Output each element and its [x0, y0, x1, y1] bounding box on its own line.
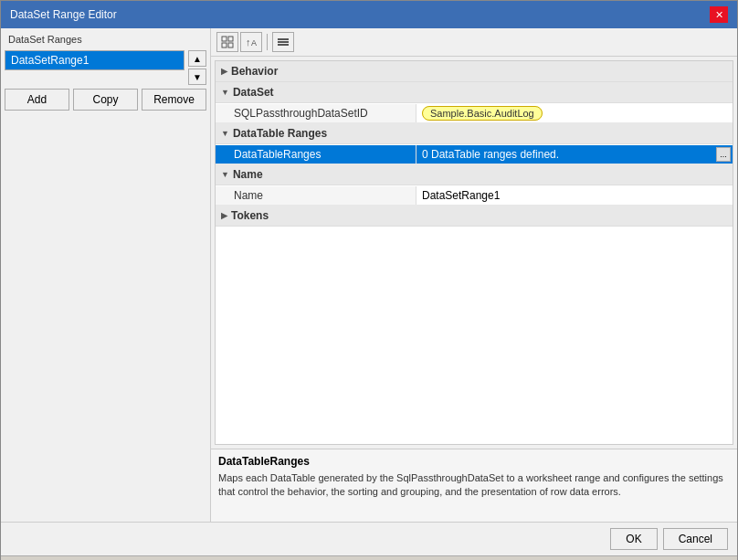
right-panel: ↑ A ▶ Behavior — [211, 28, 737, 522]
properties-area: ▶ Behavior ▼ DataSet SQLPassthroughDataS… — [215, 60, 733, 445]
section-datatable-ranges-label: DataTable Ranges — [233, 127, 327, 140]
prop-row-sql: SQLPassthroughDataSetID Sample.Basic.Aud… — [216, 103, 733, 123]
svg-text:A: A — [251, 38, 257, 48]
prop-label-name: Name — [216, 186, 416, 205]
chevron-down-icon-3: ▼ — [221, 170, 229, 179]
section-name[interactable]: ▼ Name — [216, 164, 733, 185]
section-tokens[interactable]: ▶ Tokens — [216, 206, 733, 227]
dataset-range-editor-dialog: DataSet Range Editor ✕ DataSet Ranges Da… — [0, 0, 738, 560]
left-list-container: DataSetRange1 ▲ ▼ — [5, 50, 206, 85]
chevron-down-icon-2: ▼ — [221, 129, 229, 138]
list-action-buttons: Add Copy Remove — [5, 89, 206, 111]
dataset-range-list: DataSetRange1 — [5, 50, 184, 85]
ellipsis-button[interactable]: ... — [716, 147, 731, 162]
list-move-buttons: ▲ ▼ — [188, 50, 206, 85]
sort-icon: ↑ A — [245, 36, 258, 48]
grid-icon — [221, 36, 234, 48]
section-tokens-label: Tokens — [231, 209, 269, 222]
list-item[interactable]: DataSetRange1 — [5, 51, 184, 69]
svg-rect-8 — [278, 44, 289, 46]
prop-value-datatable[interactable]: 0 DataTable ranges defined. ... — [416, 145, 733, 164]
cancel-button[interactable]: Cancel — [663, 528, 728, 550]
svg-rect-6 — [278, 38, 289, 40]
dialog-title: DataSet Range Editor — [10, 8, 117, 21]
add-button[interactable]: Add — [5, 89, 69, 111]
toolbar-grid-button[interactable] — [216, 32, 238, 52]
close-button[interactable]: ✕ — [710, 6, 728, 23]
svg-rect-1 — [228, 37, 233, 41]
title-bar: DataSet Range Editor ✕ — [1, 1, 737, 28]
description-text: Maps each DataTable generated by the Sql… — [218, 471, 730, 500]
list-icon — [277, 36, 290, 48]
svg-rect-0 — [222, 37, 227, 41]
section-behavior[interactable]: ▶ Behavior — [216, 61, 733, 82]
chevron-right-icon: ▶ — [221, 67, 227, 76]
prop-label-sql: SQLPassthroughDataSetID — [216, 104, 416, 122]
ok-button[interactable]: OK — [610, 528, 657, 550]
svg-rect-7 — [278, 41, 289, 43]
section-behavior-label: Behavior — [231, 65, 278, 78]
toolbar-list-button[interactable] — [272, 32, 294, 52]
description-area: DataTableRanges Maps each DataTable gene… — [211, 449, 737, 522]
prop-label-datatable[interactable]: DataTableRanges — [216, 145, 416, 164]
dataset-range-list-box: DataSetRange1 — [5, 50, 184, 70]
copy-button[interactable]: Copy — [73, 89, 138, 111]
section-dataset[interactable]: ▼ DataSet — [216, 82, 733, 103]
dialog-body: DataSet Ranges DataSetRange1 ▲ ▼ Add Cop… — [1, 28, 737, 522]
prop-row-name: Name DataSetRange1 — [216, 185, 733, 206]
remove-button[interactable]: Remove — [142, 89, 206, 111]
svg-text:↑: ↑ — [246, 37, 251, 48]
section-name-label: Name — [233, 168, 263, 181]
svg-rect-2 — [222, 43, 227, 48]
sql-badge: Sample.Basic.AuditLog — [422, 106, 543, 121]
toolbar-separator — [267, 34, 268, 50]
chevron-down-icon: ▼ — [221, 88, 229, 97]
left-panel: DataSet Ranges DataSetRange1 ▲ ▼ Add Cop… — [1, 28, 211, 522]
move-up-button[interactable]: ▲ — [188, 50, 206, 67]
datatable-value: 0 DataTable ranges defined. — [422, 148, 559, 161]
properties-toolbar: ↑ A — [211, 28, 737, 57]
section-datatable-ranges[interactable]: ▼ DataTable Ranges — [216, 123, 733, 144]
dialog-footer: OK Cancel — [1, 522, 737, 555]
bottom-bar: WorkbookView — [1, 555, 737, 560]
prop-row-datatable: DataTableRanges 0 DataTable ranges defin… — [216, 144, 733, 164]
svg-rect-3 — [228, 43, 233, 48]
move-down-button[interactable]: ▼ — [188, 69, 206, 85]
prop-value-name[interactable]: DataSetRange1 — [416, 186, 733, 205]
toolbar-sort-button[interactable]: ↑ A — [240, 32, 262, 52]
chevron-right-icon-2: ▶ — [221, 211, 227, 220]
description-title: DataTableRanges — [218, 455, 730, 468]
left-panel-title: DataSet Ranges — [5, 32, 206, 47]
prop-value-sql[interactable]: Sample.Basic.AuditLog — [416, 104, 733, 122]
section-dataset-label: DataSet — [233, 86, 274, 99]
